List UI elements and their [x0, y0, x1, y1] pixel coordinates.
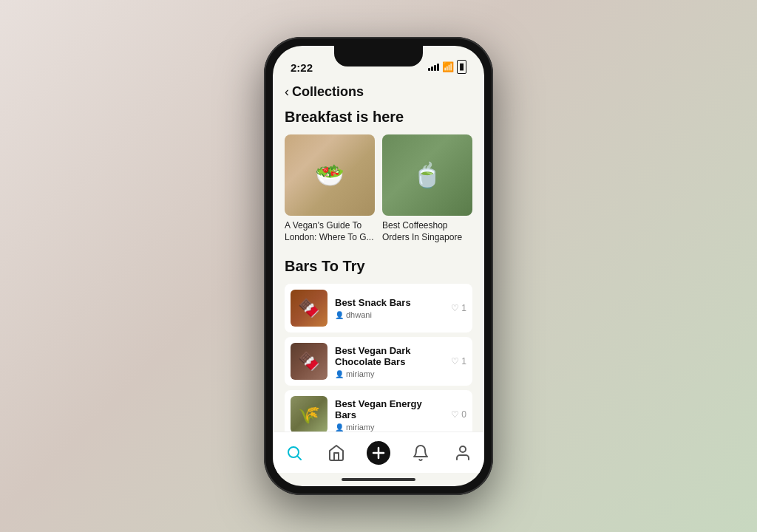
phone-screen: 2:22 📶 ▮ ‹ Collections Breakfas [273, 46, 484, 486]
list-item-dark-choc[interactable]: Best Vegan Dark Chocolate Bars miriamy ♡… [285, 337, 472, 386]
add-button[interactable] [367, 441, 390, 465]
card-vegan-london-image [285, 134, 375, 216]
list-item-snack-bars[interactable]: Best Snack Bars dhwani ♡ 1 [285, 284, 472, 332]
card-coffeeshop-sg[interactable]: Best Coffeeshop Orders In Singapore [382, 134, 472, 243]
list-info-dark-choc: Best Vegan Dark Chocolate Bars miriamy [335, 345, 444, 378]
person-icon [335, 423, 344, 432]
phone-device: 2:22 📶 ▮ ‹ Collections Breakfas [264, 37, 493, 495]
nav-header: ‹ Collections [273, 78, 484, 106]
tab-profile[interactable] [448, 438, 478, 468]
tab-add[interactable] [364, 438, 393, 468]
list-item-energy-bars[interactable]: Best Vegan Energy Bars miriamy ♡ 0 [285, 390, 472, 432]
tab-home[interactable] [322, 438, 351, 468]
person-icon [335, 310, 344, 319]
list-author-snack: dhwani [335, 310, 444, 319]
home-indicator [273, 473, 484, 486]
phone-notch [334, 46, 423, 66]
list-author-energy: miriamy [335, 423, 444, 432]
list-title-dark-choc: Best Vegan Dark Chocolate Bars [335, 345, 444, 367]
list-author-dark-choc: miriamy [335, 369, 444, 378]
status-time: 2:22 [291, 61, 313, 74]
breakfast-grid: A Vegan's Guide To London: Where To G...… [285, 134, 472, 243]
list-info-snack: Best Snack Bars dhwani [335, 297, 444, 319]
heart-icon: ♡ [451, 356, 459, 366]
battery-icon: ▮ [457, 60, 466, 74]
nav-title: Collections [292, 84, 364, 100]
tab-bar [273, 432, 484, 473]
tab-search[interactable] [279, 438, 309, 468]
tab-notifications[interactable] [406, 438, 435, 468]
main-content: Breakfast is here A Vegan's Guide To Lon… [273, 106, 484, 432]
card-coffeeshop-sg-label: Best Coffeeshop Orders In Singapore [382, 220, 472, 243]
list-thumb-energy [291, 396, 327, 432]
list-like-snack[interactable]: ♡ 1 [451, 303, 466, 313]
person-icon [335, 369, 344, 378]
heart-icon: ♡ [451, 409, 459, 420]
bars-list: Best Snack Bars dhwani ♡ 1 [285, 284, 472, 432]
back-button[interactable]: ‹ Collections [285, 84, 364, 100]
home-indicator-bar [342, 478, 415, 481]
svg-line-1 [297, 456, 300, 459]
list-like-dark-choc[interactable]: ♡ 1 [451, 356, 466, 366]
signal-icon [428, 64, 439, 71]
wifi-icon: 📶 [442, 61, 454, 72]
list-title-energy: Best Vegan Energy Bars [335, 398, 444, 420]
card-vegan-london[interactable]: A Vegan's Guide To London: Where To G... [285, 134, 375, 243]
list-like-energy[interactable]: ♡ 0 [451, 409, 466, 420]
list-thumb-dark-choc [291, 343, 327, 380]
svg-point-4 [460, 446, 466, 452]
card-coffeeshop-sg-image [382, 134, 472, 216]
heart-icon: ♡ [451, 303, 459, 313]
status-icons: 📶 ▮ [428, 60, 466, 74]
section-breakfast-title: Breakfast is here [285, 109, 472, 126]
card-vegan-london-label: A Vegan's Guide To London: Where To G... [285, 220, 375, 243]
section-bars-title: Bars To Try [285, 258, 472, 275]
list-title-snack: Best Snack Bars [335, 297, 444, 308]
list-info-energy: Best Vegan Energy Bars miriamy [335, 398, 444, 432]
list-thumb-snack [291, 290, 327, 327]
back-chevron-icon: ‹ [285, 84, 289, 100]
svg-point-0 [288, 447, 299, 457]
